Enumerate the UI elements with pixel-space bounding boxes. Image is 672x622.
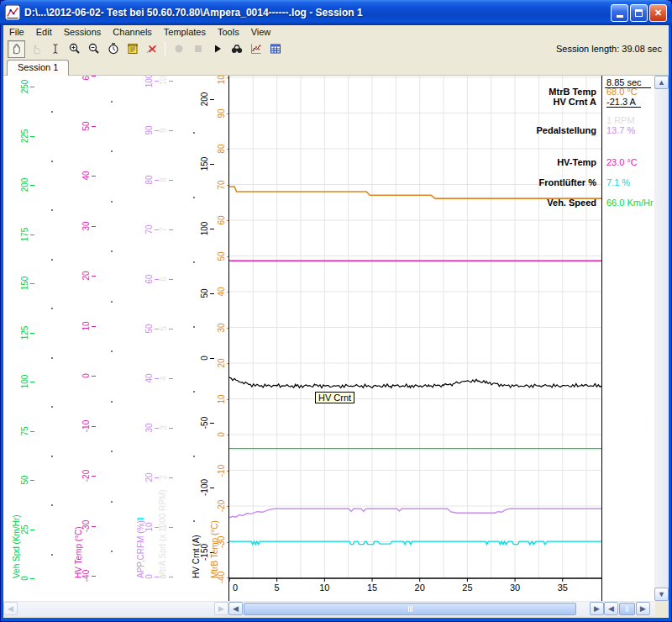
cursor-tooltip: HV Crnt xyxy=(315,392,354,403)
select-hand-icon[interactable] xyxy=(27,40,45,58)
series-pedalstellung[interactable] xyxy=(229,509,601,518)
channel-value-veh-speed: 66.0 Km/Hr xyxy=(606,198,654,208)
axes-scroll-left-button[interactable]: ◀ xyxy=(3,602,18,615)
axis-tick-label: 90 xyxy=(217,108,226,118)
axis-tick-mark xyxy=(169,279,173,280)
horizontal-scrollbar-strip: ◀ ▶ ◀ ▶ ◀ ▶ xyxy=(3,601,669,616)
axis-minor-tick xyxy=(51,406,53,408)
axis-minor-tick xyxy=(51,504,53,506)
channel-value-hv-temp: 23.0 °C xyxy=(606,157,638,167)
find-binoculars-icon[interactable] xyxy=(228,40,245,58)
delete-chart-icon[interactable] xyxy=(143,40,160,58)
maximize-button[interactable] xyxy=(630,4,648,22)
series-hv-crnt[interactable] xyxy=(229,377,601,388)
app-body: FileEditSessionsChannelsTemplatesToolsVi… xyxy=(3,25,669,618)
x-axis-tick-label: 10 xyxy=(319,582,329,593)
menu-view[interactable]: View xyxy=(245,26,277,38)
values-scroll-right-button[interactable]: ▶ xyxy=(636,602,650,615)
axis-tick-label: 0 xyxy=(200,356,209,361)
axis-tick-label: 50 xyxy=(20,475,29,484)
zoom-out-icon[interactable] xyxy=(85,40,102,58)
legend-label-mtrb-temp[interactable]: MtrB Temp xyxy=(549,87,596,97)
axis-minor-tick xyxy=(111,551,113,552)
axis-tick-mark xyxy=(92,576,96,577)
vertical-scrollbar[interactable]: ▲ ▼ xyxy=(654,76,669,601)
channel-value-mtra-spd: 1 RPM xyxy=(606,115,635,125)
ibeam-cursor-icon[interactable] xyxy=(46,40,64,58)
record-icon[interactable] xyxy=(170,40,187,58)
axis-tick-mark xyxy=(92,176,96,177)
title-bar[interactable]: D:\...\2012-06-02- Test bei 50.60.70.80\… xyxy=(0,0,672,25)
close-button[interactable]: ✕ xyxy=(649,4,667,22)
axis-tick-label: -40 xyxy=(81,570,91,582)
plot-scroll-right-button[interactable]: ▶ xyxy=(590,602,604,615)
axis-tick-label: 40 xyxy=(217,287,226,296)
values-h-scrollbar[interactable]: ◀ ▶ xyxy=(604,602,655,616)
tab-session-1[interactable]: Session 1 xyxy=(7,60,69,76)
axis-tick-mark xyxy=(30,382,34,382)
axis-tick-label: 0 xyxy=(159,574,168,579)
plot-scroll-thumb[interactable] xyxy=(244,603,576,615)
chart-content: Veh Spd (Km/Hr)2502252001751501251007550… xyxy=(3,76,669,601)
axis-minor-tick xyxy=(193,197,195,198)
play-icon[interactable] xyxy=(208,40,226,58)
axis-tick-mark xyxy=(30,578,34,579)
axis-tick-label: 80 xyxy=(144,175,154,184)
axis-tick-mark xyxy=(30,185,34,186)
channel-value-pedalstellung: 13.7 % xyxy=(606,125,635,135)
axis-tick-mark xyxy=(210,229,214,229)
plot-scroll-left-button[interactable]: ◀ xyxy=(228,602,243,615)
legend-label-veh-speed[interactable]: Veh. Speed xyxy=(547,198,596,208)
menu-file[interactable]: File xyxy=(3,26,30,38)
axis-tick-mark xyxy=(210,99,214,100)
axes-h-scrollbar[interactable]: ◀ ▶ xyxy=(3,602,228,616)
values-scroll-left-button[interactable]: ◀ xyxy=(604,602,618,615)
channel-value-frontl-fter-: 7.1 % xyxy=(606,177,630,187)
axis-tick-label: 10 xyxy=(81,321,91,330)
legend-label-frontl-fter-[interactable]: Frontlüfter % xyxy=(539,177,596,187)
scroll-up-button[interactable]: ▲ xyxy=(654,76,669,89)
axis-tick-label: -40 xyxy=(217,572,226,583)
menu-templates[interactable]: Templates xyxy=(158,26,212,38)
menu-sessions[interactable]: Sessions xyxy=(58,26,108,38)
legend-label-hv-temp[interactable]: HV-Temp xyxy=(557,157,596,167)
axis-tick-label: 40 xyxy=(144,373,154,382)
plot-h-scrollbar[interactable]: ◀ ▶ xyxy=(228,602,604,616)
pan-hand-icon[interactable] xyxy=(8,40,25,58)
notes-icon[interactable] xyxy=(123,40,141,58)
axis-minor-tick xyxy=(193,132,195,134)
menu-tools[interactable]: Tools xyxy=(212,26,245,38)
y-axes-pane[interactable]: Veh Spd (Km/Hr)2502252001751501251007550… xyxy=(3,76,228,601)
stop-icon[interactable] xyxy=(189,40,207,58)
plot-canvas[interactable]: 05101520253035 xyxy=(229,76,601,601)
axis-tick-label: -20 xyxy=(217,500,226,512)
series-mtrb-temp[interactable] xyxy=(229,187,601,198)
axis-tick-mark xyxy=(92,276,96,277)
axis-tick-mark xyxy=(30,333,34,334)
time-clock-icon[interactable] xyxy=(104,40,122,58)
menu-bar: FileEditSessionsChannelsTemplatesToolsVi… xyxy=(3,25,669,39)
axes-scroll-right-button[interactable]: ▶ xyxy=(214,602,228,615)
menu-edit[interactable]: Edit xyxy=(30,26,58,38)
axis-tick-label: 90 xyxy=(144,125,154,134)
legend-label-pedalstellung[interactable]: Pedalstellung xyxy=(536,125,596,135)
axis-tick-label: -50 xyxy=(200,417,209,429)
axis-tick-mark xyxy=(169,180,173,181)
axis-tick-label: 50 xyxy=(217,251,226,261)
plot-area[interactable]: 05101520253035 HV Crnt MtrB TempHV Crnt … xyxy=(228,76,602,601)
axis-minor-tick xyxy=(111,101,113,103)
axis-tick-label: 10 xyxy=(144,522,154,531)
axis-tick-mark xyxy=(169,229,173,230)
x-axis-tick-label: 20 xyxy=(415,582,425,593)
scatter-chart-icon[interactable] xyxy=(247,40,265,58)
minimize-button[interactable] xyxy=(611,4,628,22)
axis-tick-label: 50 xyxy=(200,288,209,298)
data-table-icon[interactable] xyxy=(266,40,284,58)
menu-channels[interactable]: Channels xyxy=(107,26,157,38)
zoom-in-icon[interactable] xyxy=(66,40,83,58)
values-scroll-thumb[interactable] xyxy=(619,603,635,615)
axis-minor-tick xyxy=(111,250,113,252)
axis-minor-tick xyxy=(51,308,53,309)
legend-label-hv-crnt-a[interactable]: HV Crnt A xyxy=(553,97,596,107)
scroll-down-button[interactable]: ▼ xyxy=(654,588,669,601)
